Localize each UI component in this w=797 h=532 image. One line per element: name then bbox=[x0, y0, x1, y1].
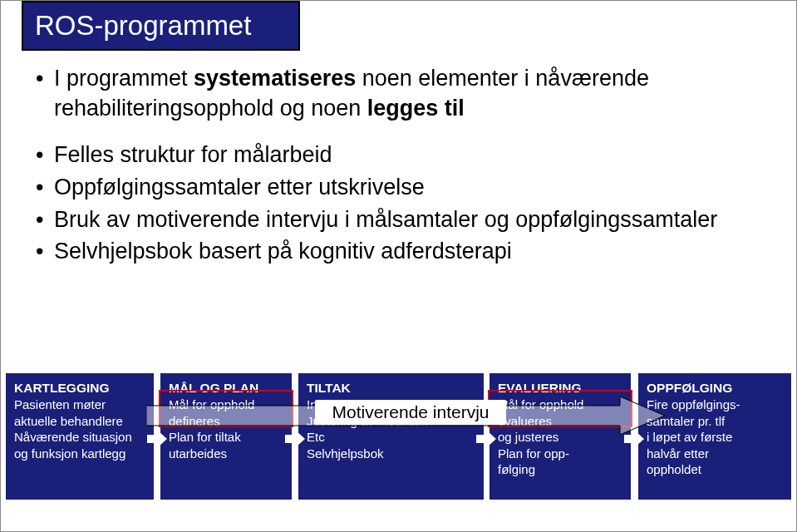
flow-col-line: Nåværende situasjon bbox=[14, 429, 145, 446]
flow-col-line: aktuelle behandlere bbox=[14, 413, 145, 430]
flow-col-line: og justeres bbox=[498, 429, 622, 446]
bullet-item: • Bruk av motiverende intervju i målsamt… bbox=[36, 205, 759, 235]
bullet-item: • I programmet systematiseres noen eleme… bbox=[36, 64, 759, 123]
flow-col-line: Pasienten møter bbox=[14, 397, 145, 413]
bullet-text: Bruk av motiverende intervju i målsamtal… bbox=[54, 205, 759, 235]
bullet-item: • Oppfølgingssamtaler etter utskrivelse bbox=[36, 173, 759, 203]
bullet-dot-icon: • bbox=[36, 237, 54, 267]
bullet-dot-icon: • bbox=[36, 173, 54, 203]
flow-col-kartlegging: KARTLEGGING Pasienten møter aktuelle beh… bbox=[6, 373, 154, 500]
flow-col-tiltak: TILTAK Informasjonundervisn Justering av… bbox=[298, 373, 484, 500]
flow-col-line: halvår etter bbox=[647, 446, 783, 462]
flow-col-line: Plan for opp- bbox=[498, 446, 622, 462]
flow-col-line: defineres bbox=[169, 413, 283, 430]
flow-col-line: i løpet av første bbox=[647, 429, 783, 446]
flow-col-heading: MÅL OG PLAN bbox=[169, 380, 283, 397]
flow-col-line: evalueres bbox=[498, 413, 622, 430]
flow-col-line: samtaler pr. tlf bbox=[647, 413, 783, 430]
bullet-dot-icon: • bbox=[36, 205, 54, 235]
flow-col-evaluering: EVALUERING Mål for opphold evalueres og … bbox=[490, 373, 631, 500]
flow-col-heading: KARTLEGGING bbox=[14, 380, 145, 397]
flow-col-line: oppholdet bbox=[647, 461, 783, 478]
flow-col-line: og funksjon kartlegg bbox=[14, 446, 145, 462]
flow-col-heading: OPPFØLGING bbox=[647, 380, 783, 397]
flow-col-line: Mål for opphold bbox=[169, 397, 283, 413]
bullet-text: I programmet systematiseres noen element… bbox=[54, 64, 759, 123]
bullet-item: • Selvhjelpsbok basert på kognitiv adfer… bbox=[36, 237, 759, 267]
flow-col-line: Fire oppfølgings- bbox=[647, 397, 783, 413]
flow-col-line: Plan for tiltak bbox=[169, 429, 283, 446]
bullet-dot-icon: • bbox=[36, 64, 54, 94]
slide: ROS-programmet • I programmet systematis… bbox=[0, 0, 797, 532]
flow-col-heading: TILTAK bbox=[307, 380, 475, 397]
flow-col-line: Selvhjelpsbok bbox=[307, 446, 475, 462]
flow-diagram: KARTLEGGING Pasienten møter aktuelle beh… bbox=[1, 358, 797, 516]
bullet-dot-icon: • bbox=[36, 140, 54, 170]
flow-col-oppfolging: OPPFØLGING Fire oppfølgings- samtaler pr… bbox=[638, 373, 791, 500]
arrow-label: Motiverende intervju bbox=[315, 400, 506, 425]
flow-col-line: følging bbox=[498, 461, 622, 478]
bullet-text: Oppfølgingssamtaler etter utskrivelse bbox=[54, 173, 759, 203]
flow-col-line: Mål for opphold bbox=[498, 397, 622, 413]
bullet-item: • Felles struktur for målarbeid bbox=[36, 140, 759, 170]
flow-col-heading: EVALUERING bbox=[498, 380, 622, 397]
bullet-text: Felles struktur for målarbeid bbox=[54, 140, 759, 170]
bullet-text: Selvhjelpsbok basert på kognitiv adferds… bbox=[54, 237, 759, 267]
flow-col-line: Etc bbox=[307, 429, 475, 446]
flow-col-maal-og-plan: MÅL OG PLAN Mål for opphold defineres Pl… bbox=[160, 373, 292, 500]
slide-title: ROS-programmet bbox=[22, 1, 300, 51]
bullet-list: • I programmet systematiseres noen eleme… bbox=[36, 64, 759, 269]
flow-col-line: utarbeides bbox=[169, 446, 283, 462]
